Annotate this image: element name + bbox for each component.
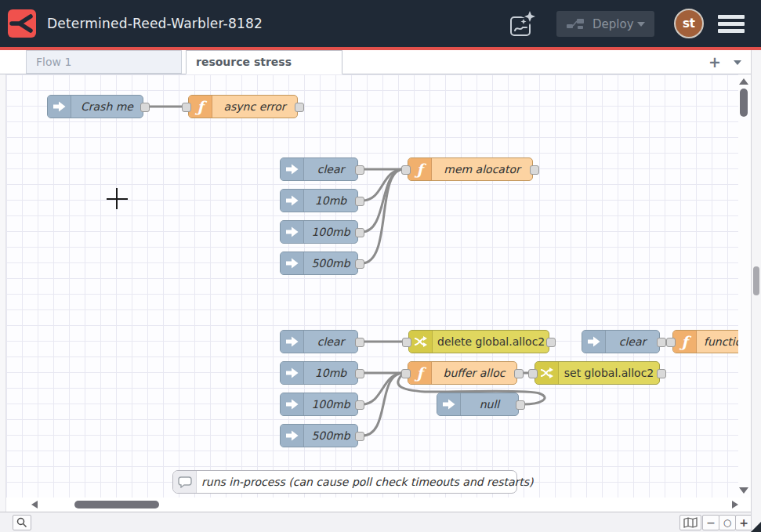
output-port[interactable] [295,103,304,112]
crosshair-cursor [116,188,118,209]
input-port[interactable] [528,369,538,378]
input-port[interactable] [666,338,676,347]
input-port[interactable] [402,338,411,347]
footer-toolbar: − ○ + [0,512,761,532]
node-inject-clear[interactable]: clear [280,157,358,181]
node-inject-clear-b[interactable]: clear [280,330,358,353]
deploy-caret-icon[interactable] [637,22,645,27]
node-label: set global.alloc2 [559,362,659,384]
node-inject-10mb[interactable]: 10mb [280,189,358,212]
output-port[interactable] [514,369,524,378]
tab-resource-stress[interactable]: resource stress [186,50,342,74]
node-inject-crash-me[interactable]: Crash me [47,95,143,118]
flowfuse-logo-icon[interactable] [8,9,36,38]
node-inject-500mb[interactable]: 500mb [280,252,358,275]
output-port[interactable] [657,338,666,347]
node-comment[interactable]: runs in-process (can cause poll check ti… [172,470,517,494]
wire[interactable] [362,169,404,201]
output-port[interactable] [355,369,364,378]
user-avatar[interactable]: st [674,9,704,38]
search-button[interactable] [13,515,31,530]
zoom-out-button[interactable]: − [702,515,719,530]
node-function-mem-alocator[interactable]: ƒ mem alocator [408,157,533,181]
node-inject-500mb-b[interactable]: 500mb [280,424,358,447]
instance-title: Determined-Reed-Warbler-8182 [47,0,263,47]
window-scroll-thumb[interactable] [753,266,759,295]
resize-corner [751,522,761,532]
node-inject-100mb-b[interactable]: 100mb [280,393,358,416]
flow-canvas[interactable]: Crash me ƒ async error clear 10mb 100mb [6,74,751,498]
output-port[interactable] [530,165,539,175]
node-function-async-error[interactable]: ƒ async error [188,95,298,118]
header-bar: Determined-Reed-Warbler-8182 Deploy st [0,0,761,47]
output-port[interactable] [657,369,666,378]
horizontal-scroll-thumb[interactable] [74,501,159,508]
node-label: 500mb [304,252,357,274]
node-function-buffer-alloc[interactable]: ƒ buffer alloc [408,361,517,385]
node-label: 10mb [304,190,357,212]
vertical-scroll-thumb[interactable] [740,89,748,117]
output-port[interactable] [355,165,364,175]
wire[interactable] [362,373,404,404]
input-port[interactable] [401,165,411,175]
deploy-button[interactable]: Deploy [556,11,654,37]
node-label: 100mb [304,393,357,415]
output-port[interactable] [140,103,150,112]
node-change-delete-global-alloc2[interactable]: delete global.alloc2 [408,330,549,353]
node-label: 500mb [304,425,357,447]
add-flow-button[interactable]: + [705,52,724,72]
tab-flow-1[interactable]: Flow 1 [26,50,182,74]
menu-bar [718,15,745,19]
function-icon: ƒ [408,362,432,384]
node-inject-10mb-b[interactable]: 10mb [280,361,358,385]
window-vertical-scrollbar[interactable] [751,50,761,532]
change-icon [409,331,433,353]
node-inject-null[interactable]: null [437,393,519,416]
node-label: buffer alloc [432,362,516,384]
scroll-right-arrow[interactable] [732,501,738,508]
search-icon [16,517,27,528]
inject-icon [281,252,304,274]
node-change-set-global-alloc2[interactable]: set global.alloc2 [535,361,660,385]
wires-layer[interactable] [6,74,751,498]
hamburger-menu-button[interactable] [718,15,745,33]
scroll-down-arrow[interactable] [739,487,748,494]
node-inject-clear-2[interactable]: clear [582,330,660,353]
canvas-horizontal-scrollbar[interactable] [6,498,751,512]
chevron-down-icon [734,60,741,65]
flow-list-button[interactable] [734,60,741,65]
inject-icon [437,393,461,415]
node-label: clear [304,331,357,353]
node-inject-100mb[interactable]: 100mb [280,220,358,244]
output-port[interactable] [355,400,364,410]
ai-assistant-button[interactable] [506,10,538,38]
function-icon: ƒ [189,96,212,118]
canvas-vertical-scrollbar[interactable] [738,74,751,498]
zoom-in-button[interactable]: + [735,515,752,530]
output-port[interactable] [355,228,364,237]
node-label: 100mb [304,221,357,243]
zoom-reset-button[interactable]: ○ [719,515,736,530]
output-port[interactable] [355,432,364,441]
scroll-up-arrow[interactable] [739,78,748,85]
input-port[interactable] [401,369,411,378]
inject-icon [281,393,304,415]
node-label: mem alocator [432,158,532,180]
output-port[interactable] [355,338,364,347]
inject-icon [281,221,304,243]
menu-bar [718,29,745,33]
node-label: clear [304,158,357,180]
flowfuse-editor-window: Determined-Reed-Warbler-8182 Deploy st [0,0,761,532]
node-label: Crash me [71,96,143,118]
scroll-left-arrow[interactable] [31,501,38,508]
inject-icon [281,158,304,180]
inject-icon [281,425,304,447]
output-port[interactable] [546,338,556,347]
input-port[interactable] [182,103,191,112]
output-port[interactable] [355,259,364,269]
output-port[interactable] [355,197,364,206]
node-label: 10mb [304,362,357,384]
navigator-toggle-button[interactable] [679,515,701,530]
function-icon: ƒ [408,158,432,180]
output-port[interactable] [516,400,525,410]
